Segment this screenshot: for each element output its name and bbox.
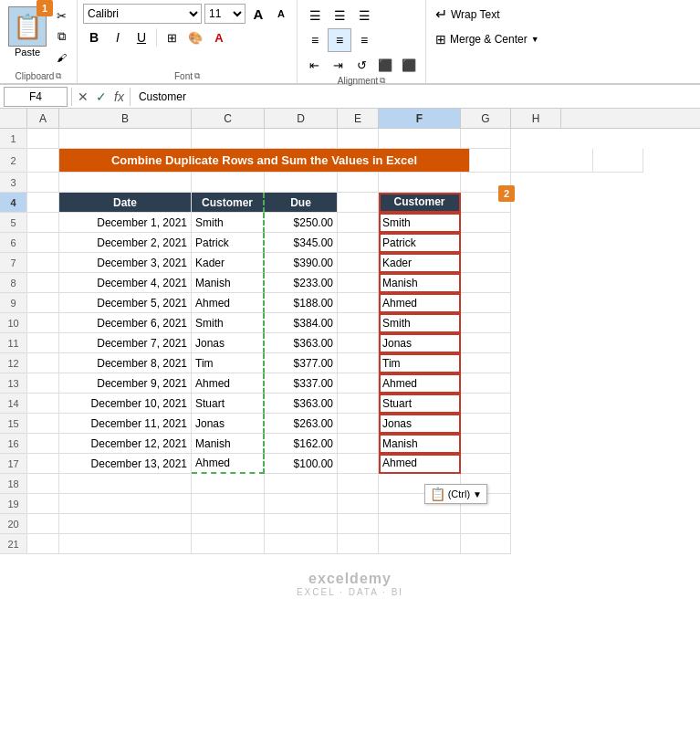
- borders-button[interactable]: ⊞: [161, 26, 183, 48]
- bold-button[interactable]: B: [83, 26, 105, 48]
- col-header-f[interactable]: F: [379, 109, 461, 128]
- align-top-left-button[interactable]: ☰: [303, 4, 327, 27]
- cell-a1[interactable]: [27, 129, 59, 149]
- cell-c3[interactable]: [192, 173, 265, 193]
- table-row: 3: [0, 173, 700, 193]
- paste-special-popup[interactable]: 📋 (Ctrl) ▼: [424, 484, 487, 504]
- align-center-button[interactable]: ≡: [328, 28, 351, 52]
- col-header-h[interactable]: H: [511, 109, 561, 128]
- row-num-2: 2: [0, 149, 27, 173]
- font-expand[interactable]: ⧉: [194, 71, 200, 81]
- table-row: 8 December 4, 2021 Manish $233.00 Manish: [0, 273, 700, 293]
- cell-f4[interactable]: Customer: [379, 193, 461, 213]
- font-name-select[interactable]: Calibri: [83, 4, 202, 24]
- cell-c1[interactable]: [192, 129, 265, 149]
- cell-a4[interactable]: [27, 193, 59, 213]
- cell-e4[interactable]: [338, 193, 379, 213]
- wrap-text-button[interactable]: ↵ Wrap Text: [434, 4, 551, 25]
- table-row: 15 December 11, 2021 Jonas $263.00 Jonas: [0, 414, 700, 434]
- row-num-3: 3: [0, 173, 27, 193]
- cell-g4[interactable]: 2: [461, 193, 511, 213]
- col-header-d[interactable]: D: [265, 109, 338, 128]
- badge-2: 2: [498, 185, 515, 202]
- table-row: 9 December 5, 2021 Ahmed $188.00 Ahmed: [0, 293, 700, 313]
- spreadsheet-area: A B C D E F G H 1 2 Combine Duplicate Ro…: [0, 109, 700, 554]
- increase-font-button[interactable]: A: [248, 4, 268, 24]
- cell-c4[interactable]: Customer: [192, 193, 265, 213]
- increase-indent-button[interactable]: ⇥: [327, 54, 349, 76]
- align-left-full-button[interactable]: ⬛: [374, 54, 396, 76]
- ribbon: 📋 1 Paste ✂ ⧉ 🖌 Clipboard ⧉: [0, 0, 700, 85]
- table-row: 1: [0, 129, 700, 149]
- watermark-tagline: EXCEL · DATA · BI: [297, 587, 403, 597]
- text-direction-button[interactable]: ↺: [350, 54, 372, 76]
- paste-button[interactable]: 📋 1 Paste: [5, 4, 49, 60]
- insert-function-icon[interactable]: fx: [112, 89, 126, 104]
- formula-input[interactable]: [134, 87, 696, 107]
- table-row: 13 December 9, 2021 Ahmed $337.00 Ahmed: [0, 373, 700, 394]
- cell-reference-input[interactable]: [4, 87, 68, 107]
- cell-e2[interactable]: [470, 149, 511, 173]
- table-row: 20: [0, 514, 700, 534]
- col-header-a[interactable]: A: [27, 109, 59, 128]
- cell-d3[interactable]: [265, 173, 338, 193]
- col-header-g[interactable]: G: [461, 109, 511, 128]
- table-row: 12 December 8, 2021 Tim $377.00 Tim: [0, 353, 700, 373]
- cell-d1[interactable]: [265, 129, 338, 149]
- col-header-e[interactable]: E: [338, 109, 379, 128]
- cell-a3[interactable]: [27, 173, 59, 193]
- cancel-formula-icon[interactable]: ✕: [76, 89, 90, 104]
- alignment-section-label: Alignment: [338, 76, 378, 86]
- cell-d5[interactable]: $250.00: [265, 213, 338, 233]
- align-top-right-button[interactable]: ☰: [352, 4, 376, 27]
- font-color-button[interactable]: A: [208, 26, 230, 48]
- col-header-c[interactable]: C: [192, 109, 265, 128]
- fill-color-button[interactable]: 🎨: [184, 26, 206, 48]
- cell-b1[interactable]: [59, 129, 192, 149]
- cut-button[interactable]: ✂: [51, 5, 71, 26]
- wrap-text-label: Wrap Text: [451, 8, 500, 21]
- confirm-formula-icon[interactable]: ✓: [94, 89, 109, 104]
- cell-f3[interactable]: [379, 173, 461, 193]
- cell-b3[interactable]: [59, 173, 192, 193]
- align-center-full-button[interactable]: ⬛: [398, 54, 420, 76]
- paste-popup-expand[interactable]: ▼: [473, 489, 482, 499]
- table-row: 17 December 13, 2021 Ahmed $100.00 Ahmed: [0, 454, 700, 474]
- cell-e1[interactable]: [338, 129, 379, 149]
- cell-f2[interactable]: [511, 149, 593, 173]
- cell-title[interactable]: Combine Duplicate Rows and Sum the Value…: [59, 149, 470, 173]
- cell-d4[interactable]: Due: [265, 193, 338, 213]
- cell-f5[interactable]: Smith: [379, 213, 461, 233]
- align-right-button[interactable]: ≡: [352, 28, 376, 52]
- alignment-expand[interactable]: ⧉: [380, 76, 385, 86]
- cell-g2[interactable]: [593, 149, 643, 173]
- cell-b4[interactable]: Date: [59, 193, 192, 213]
- cell-a2[interactable]: [27, 149, 59, 173]
- clipboard-expand[interactable]: ⧉: [56, 71, 61, 81]
- merge-center-button[interactable]: ⊞ Merge & Center ▼: [434, 30, 551, 48]
- copy-button[interactable]: ⧉: [51, 26, 71, 47]
- watermark-area: exceldemy EXCEL · DATA · BI: [0, 563, 700, 604]
- italic-button[interactable]: I: [107, 26, 129, 48]
- col-header-b[interactable]: B: [59, 109, 192, 128]
- cell-e3[interactable]: [338, 173, 379, 193]
- table-row: 18 📋 (Ctrl) ▼: [0, 474, 700, 494]
- cell-g1[interactable]: [461, 129, 511, 149]
- cell-c5[interactable]: Smith: [192, 213, 265, 233]
- cell-f1[interactable]: [379, 129, 461, 149]
- format-painter-button[interactable]: 🖌: [51, 47, 71, 68]
- table-row: 14 December 10, 2021 Stuart $363.00 Stua…: [0, 394, 700, 414]
- align-top-center-button[interactable]: ☰: [328, 4, 351, 27]
- badge-1: 1: [37, 0, 53, 16]
- align-middle-left-button[interactable]: ≡: [303, 28, 327, 52]
- decrease-font-button[interactable]: A: [271, 4, 291, 24]
- font-size-select[interactable]: 11: [204, 4, 246, 24]
- decrease-indent-button[interactable]: ⇤: [303, 54, 325, 76]
- clipboard-label: Clipboard: [16, 71, 55, 81]
- column-headers: A B C D E F G H: [0, 109, 700, 129]
- font-section-label: Font: [174, 71, 193, 81]
- row-num-4: 4: [0, 193, 27, 213]
- underline-button[interactable]: U: [131, 26, 152, 48]
- table-row: 5 December 1, 2021 Smith $250.00 Smith: [0, 213, 700, 233]
- cell-b5[interactable]: December 1, 2021: [59, 213, 192, 233]
